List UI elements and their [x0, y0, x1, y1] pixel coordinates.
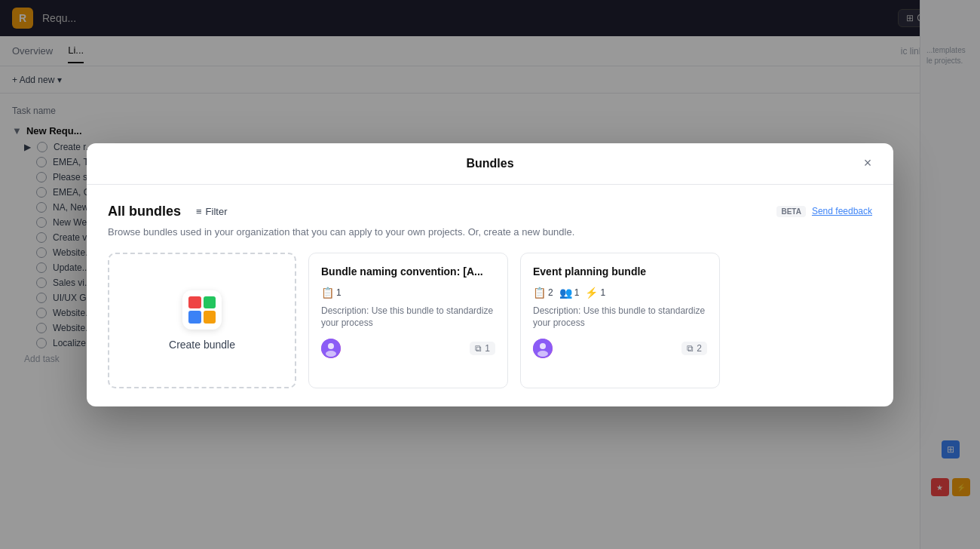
tag-icon-2-2: 👥: [559, 287, 572, 299]
avatar-svg-2: [533, 339, 553, 358]
bundles-title-row: All bundles ≡ Filter: [108, 203, 234, 220]
bundles-grid: Create bundle Bundle naming convention: …: [108, 253, 872, 388]
bundle-tags-2: 📋 2 👥 1 ⚡ 1: [533, 287, 707, 299]
bundles-subtitle: Browse bundles used in your organization…: [108, 226, 872, 238]
create-bundle-card[interactable]: Create bundle: [108, 253, 296, 388]
bundles-header: All bundles ≡ Filter BETA Send feedback: [108, 203, 872, 220]
bundle-card-2[interactable]: Event planning bundle 📋 2 👥 1 ⚡ 1: [520, 253, 720, 388]
grid-dot-red: [188, 296, 201, 309]
bundle-card-title-2: Event planning bundle: [533, 265, 707, 278]
modal-header: Bundles ×: [87, 143, 893, 185]
copy-icon-1: ⧉: [475, 343, 482, 354]
copy-count-2: ⧉ 2: [681, 342, 707, 355]
modal-backdrop[interactable]: Bundles × All bundles ≡ Filter BETA Send…: [0, 0, 980, 549]
bundle-tag-2-1: 📋 2: [533, 287, 553, 299]
avatar-1: [321, 339, 341, 358]
bundle-tag-2-3: ⚡ 1: [585, 287, 605, 299]
tag-icon-2-1: 📋: [533, 287, 546, 299]
bundle-tags-1: 📋 1: [321, 287, 495, 299]
tag-icon-2-3: ⚡: [585, 287, 598, 299]
copy-count-1: ⧉ 1: [470, 342, 495, 355]
close-icon: ×: [864, 155, 872, 171]
modal-body: All bundles ≡ Filter BETA Send feedback …: [87, 185, 893, 406]
grid-dot-green: [204, 296, 216, 309]
filter-icon: ≡: [196, 206, 202, 217]
filter-button[interactable]: ≡ Filter: [190, 203, 233, 220]
svg-point-2: [326, 351, 336, 357]
send-feedback-link[interactable]: Send feedback: [812, 206, 872, 216]
modal-close-button[interactable]: ×: [857, 153, 878, 174]
bundle-card-footer-1: ⧉ 1: [321, 339, 495, 358]
bundles-modal: Bundles × All bundles ≡ Filter BETA Send…: [87, 143, 893, 406]
bundle-description-1: Description: Use this bundle to standard…: [321, 305, 495, 330]
copy-icon-2: ⧉: [687, 343, 694, 354]
svg-point-4: [540, 343, 546, 349]
tag-icon-1: 📋: [321, 287, 334, 299]
svg-point-5: [537, 351, 548, 357]
grid-dot-yellow: [204, 311, 216, 324]
create-bundle-icon: [182, 290, 222, 330]
bundles-meta-right: BETA Send feedback: [776, 206, 872, 217]
bundles-title: All bundles: [108, 204, 181, 219]
beta-badge: BETA: [776, 206, 805, 217]
bundle-description-2: Description: Use this bundle to standard…: [533, 305, 707, 330]
modal-title: Bundles: [466, 157, 513, 170]
avatar-svg-1: [321, 339, 341, 358]
grid-dot-blue: [188, 311, 201, 324]
bundle-card-title-1: Bundle naming convention: [A...: [321, 265, 495, 278]
bundle-card-1[interactable]: Bundle naming convention: [A... 📋 1 Desc…: [308, 253, 508, 388]
bundle-tag-2-2: 👥 1: [559, 287, 580, 299]
bundle-card-footer-2: ⧉ 2: [533, 339, 707, 358]
bundle-tag-1: 📋 1: [321, 287, 341, 299]
avatar-2: [533, 339, 553, 358]
svg-point-1: [328, 343, 334, 349]
create-bundle-label: Create bundle: [169, 339, 235, 351]
